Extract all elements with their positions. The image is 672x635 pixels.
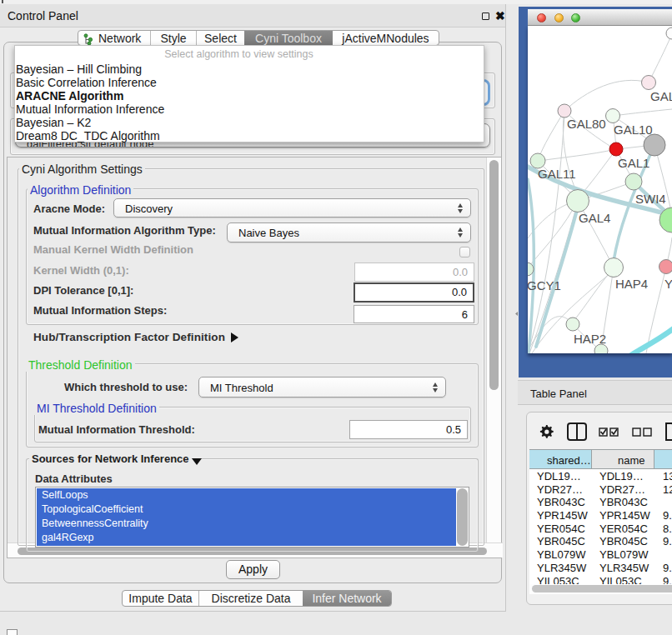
svg-text:GAL1: GAL1 — [618, 156, 649, 170]
svg-text:GCY1: GCY1 — [528, 278, 561, 292]
svg-text:GAL10: GAL10 — [614, 122, 653, 137]
svg-text:GAL11: GAL11 — [538, 167, 576, 181]
svg-text:HAP2: HAP2 — [574, 332, 606, 346]
svg-text:GAL80: GAL80 — [567, 117, 606, 131]
svg-text:GAL4: GAL4 — [579, 211, 610, 225]
svg-text:YB: YB — [664, 277, 672, 291]
svg-text:GAL: GAL — [650, 89, 672, 103]
svg-text:SWI4: SWI4 — [635, 192, 666, 206]
svg-text:HAP4: HAP4 — [615, 277, 648, 291]
